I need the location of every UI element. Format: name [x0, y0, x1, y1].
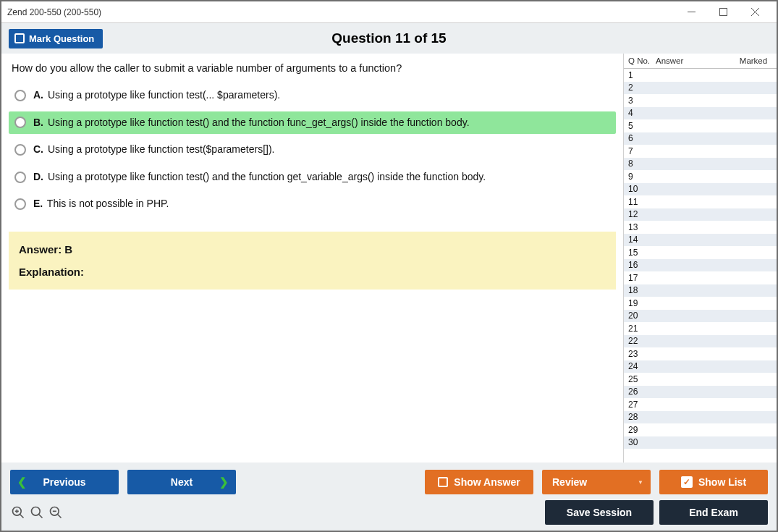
zoom-in-icon[interactable]: [10, 504, 26, 520]
options-list: A. Using a prototype like function test(…: [9, 84, 616, 216]
titlebar: Zend 200-550 (200-550): [1, 1, 777, 23]
option-row[interactable]: C. Using a prototype like function test(…: [9, 138, 616, 161]
show-answer-button[interactable]: Show Answer: [425, 470, 533, 494]
nav-row[interactable]: 12: [624, 208, 777, 221]
footer-bar: ❮ Previous Next ❯ Show Answer Review ▼ ✓…: [1, 463, 777, 531]
app-window: Zend 200-550 (200-550) Mark Question Que…: [0, 0, 778, 532]
option-row[interactable]: D. Using a prototype like function test(…: [9, 166, 616, 189]
nav-qno: 27: [624, 400, 654, 410]
minimize-button[interactable]: [675, 2, 707, 22]
nav-row[interactable]: 8: [624, 158, 777, 171]
review-button[interactable]: Review ▼: [542, 470, 651, 494]
main-body: How do you allow the caller to submit a …: [1, 54, 777, 463]
nav-row[interactable]: 17: [624, 271, 777, 284]
nav-row[interactable]: 19: [624, 297, 777, 310]
svg-line-9: [39, 515, 43, 518]
nav-row[interactable]: 27: [624, 398, 777, 411]
option-row[interactable]: E. This is not possible in PHP.: [9, 193, 616, 216]
nav-row[interactable]: 25: [624, 373, 777, 386]
nav-qno: 14: [624, 235, 654, 245]
nav-row[interactable]: 11: [624, 195, 777, 208]
nav-row[interactable]: 5: [624, 119, 777, 132]
nav-row[interactable]: 10: [624, 183, 777, 196]
option-label: Using a prototype like function test() a…: [45, 171, 486, 182]
nav-row[interactable]: 26: [624, 386, 777, 399]
nav-qno: 28: [624, 412, 654, 422]
answer-label: Answer:: [19, 243, 64, 256]
zoom-reset-icon[interactable]: [29, 504, 45, 520]
option-text: A. Using a prototype like function test(…: [33, 88, 280, 103]
nav-qno: 15: [624, 248, 654, 258]
show-list-button[interactable]: ✓ Show List: [659, 470, 768, 494]
nav-qno: 9: [624, 172, 654, 182]
option-text: C. Using a prototype like function test(…: [33, 143, 274, 157]
nav-row[interactable]: 16: [624, 259, 777, 272]
nav-row[interactable]: 3: [624, 94, 777, 107]
nav-qno: 3: [624, 96, 654, 106]
nav-row[interactable]: 14: [624, 234, 777, 247]
end-exam-button[interactable]: End Exam: [659, 500, 768, 525]
mark-question-button[interactable]: Mark Question: [9, 29, 103, 48]
nav-qno: 1: [624, 70, 654, 80]
nav-table-body[interactable]: 1234567891011121314151617181920212223242…: [624, 69, 777, 463]
nav-qno: 21: [624, 324, 654, 334]
question-area: How do you allow the caller to submit a …: [1, 54, 623, 463]
nav-qno: 25: [624, 374, 654, 384]
nav-row[interactable]: 13: [624, 221, 777, 234]
radio-icon: [14, 198, 26, 210]
previous-label: Previous: [43, 476, 85, 488]
zoom-out-icon[interactable]: [48, 504, 64, 520]
nav-row[interactable]: 24: [624, 360, 777, 373]
nav-qno: 26: [624, 387, 654, 397]
nav-qno: 20: [624, 311, 654, 321]
nav-qno: 7: [624, 146, 654, 156]
nav-row[interactable]: 23: [624, 347, 777, 360]
footer-row-2: Save Session End Exam: [10, 500, 768, 525]
option-letter: A.: [33, 89, 43, 101]
checkbox-icon: [14, 33, 25, 43]
nav-table-header: Q No. Answer Marked: [624, 54, 777, 69]
previous-button[interactable]: ❮ Previous: [10, 470, 119, 494]
option-letter: B.: [33, 117, 43, 128]
nav-row[interactable]: 29: [624, 423, 777, 436]
save-session-button[interactable]: Save Session: [545, 500, 654, 525]
header-bar: Mark Question Question 11 of 15: [1, 23, 777, 54]
nav-row[interactable]: 2: [624, 82, 777, 95]
nav-row[interactable]: 9: [624, 170, 777, 183]
close-button[interactable]: [739, 2, 771, 22]
nav-row[interactable]: 28: [624, 411, 777, 424]
nav-row[interactable]: 30: [624, 436, 777, 449]
nav-header-qno: Q No.: [625, 56, 656, 65]
nav-qno: 4: [624, 108, 654, 118]
explanation-label: Explanation:: [19, 266, 606, 278]
nav-row[interactable]: 6: [624, 132, 777, 145]
window-controls: [675, 2, 771, 22]
nav-qno: 16: [624, 260, 654, 270]
nav-row[interactable]: 18: [624, 284, 777, 297]
next-button[interactable]: Next ❯: [127, 470, 236, 494]
nav-row[interactable]: 1: [624, 69, 777, 82]
option-text: D. Using a prototype like function test(…: [33, 170, 486, 185]
nav-row[interactable]: 22: [624, 335, 777, 348]
nav-row[interactable]: 20: [624, 310, 777, 323]
nav-qno: 18: [624, 285, 654, 295]
option-label: Using a prototype like function test(...…: [45, 89, 280, 101]
nav-qno: 19: [624, 298, 654, 308]
nav-row[interactable]: 21: [624, 322, 777, 335]
svg-rect-1: [719, 9, 727, 16]
nav-row[interactable]: 15: [624, 246, 777, 259]
nav-qno: 8: [624, 159, 654, 169]
nav-qno: 10: [624, 184, 654, 194]
nav-row[interactable]: 7: [624, 145, 777, 158]
option-row[interactable]: B. Using a prototype like function test(…: [9, 111, 616, 135]
nav-qno: 22: [624, 336, 654, 346]
option-row[interactable]: A. Using a prototype like function test(…: [9, 84, 616, 107]
nav-qno: 6: [624, 133, 654, 143]
review-label: Review: [552, 476, 587, 488]
nav-row[interactable]: 4: [624, 107, 777, 120]
nav-qno: 30: [624, 437, 654, 447]
maximize-button[interactable]: [707, 2, 739, 22]
svg-line-5: [20, 515, 24, 518]
nav-header-marked: Marked: [732, 56, 775, 65]
question-counter: Question 11 of 15: [331, 30, 446, 46]
